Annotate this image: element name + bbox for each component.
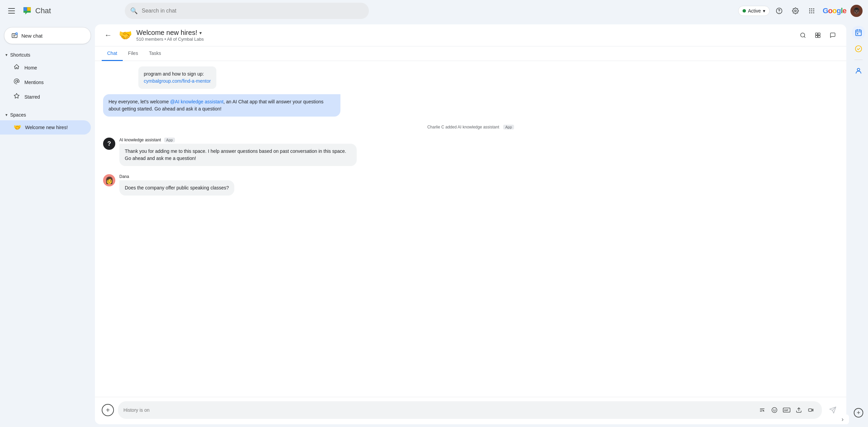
- svg-point-4: [779, 12, 780, 13]
- input-bar: +: [102, 401, 840, 419]
- emoji-button[interactable]: [769, 405, 780, 415]
- status-dot: [743, 9, 746, 13]
- rail-people-button[interactable]: [852, 64, 865, 78]
- app-logo: Chat: [22, 5, 51, 16]
- spaces-chevron-icon: ▾: [5, 113, 7, 117]
- settings-button[interactable]: [789, 4, 802, 18]
- sidebar-item-starred[interactable]: Starred: [0, 89, 91, 104]
- status-label: Active: [748, 8, 761, 14]
- top-bar-right: Active ▾ Google 👨: [738, 4, 863, 18]
- view-toggle-button[interactable]: [811, 28, 825, 42]
- rail-add-button[interactable]: +: [854, 408, 863, 418]
- space-item-welcome[interactable]: 🤝 Welcome new hires!: [0, 120, 91, 135]
- tab-files[interactable]: Files: [123, 46, 144, 61]
- sidebar-item-mentions[interactable]: Mentions: [0, 75, 91, 89]
- svg-point-12: [811, 12, 812, 13]
- meet-icon: [808, 407, 814, 413]
- svg-rect-20: [815, 36, 817, 38]
- rail-divider: [854, 60, 863, 60]
- shortcuts-section-header[interactable]: ▾ Shortcuts: [0, 49, 95, 60]
- ai-avatar: ?: [103, 138, 115, 150]
- thread-view-button[interactable]: [826, 28, 840, 42]
- shortcuts-chevron-icon: ▾: [5, 53, 7, 57]
- svg-rect-21: [818, 36, 820, 38]
- chat-logo-icon: [22, 5, 33, 16]
- tab-tasks[interactable]: Tasks: [143, 46, 166, 61]
- calendar-icon: [855, 29, 862, 36]
- dana-sender: Dana: [119, 174, 234, 179]
- chat-header: ← 🤝 Welcome new hires! ▾ 510 members • A…: [95, 24, 846, 46]
- chat-tabs: Chat Files Tasks: [95, 46, 846, 61]
- meet-button[interactable]: [806, 405, 816, 415]
- rail-tasks-button[interactable]: [852, 42, 865, 56]
- system-text: Charlie C added AI knowledge assistant: [427, 125, 499, 129]
- svg-point-13: [813, 12, 814, 13]
- expand-handle[interactable]: ›: [836, 414, 849, 424]
- svg-point-32: [857, 68, 860, 71]
- search-icon: 🔍: [130, 7, 138, 15]
- header-actions: [796, 28, 840, 42]
- svg-point-7: [813, 8, 814, 9]
- own-message-bubble: Hey everyone, let's welcome @AI knowledg…: [103, 94, 340, 117]
- svg-point-6: [811, 8, 812, 9]
- input-bar-wrap: +: [95, 397, 846, 424]
- ai-sender: AI knowledge assistant App: [119, 138, 357, 142]
- spaces-section-header[interactable]: ▾ Spaces: [0, 109, 95, 120]
- gif-button[interactable]: GIF: [781, 405, 792, 415]
- search-input[interactable]: [142, 8, 363, 14]
- svg-point-22: [772, 408, 777, 413]
- format-text-button[interactable]: [757, 405, 768, 415]
- top-bar-left: Chat: [5, 5, 121, 16]
- svg-point-23: [773, 409, 774, 410]
- expand-icon: ›: [842, 416, 844, 423]
- dana-avatar: 👩: [103, 174, 115, 186]
- space-header-title[interactable]: Welcome new hires! ▾: [136, 29, 792, 37]
- sidebar-item-home[interactable]: Home: [0, 60, 91, 75]
- ai-message-bubble: Thank you for adding me to this space. I…: [119, 144, 357, 166]
- new-chat-label: New chat: [21, 33, 43, 39]
- user-avatar[interactable]: 👨🏿: [850, 5, 863, 17]
- space-header-sub: 510 members • All of Cymbal Labs: [136, 37, 792, 42]
- mentions-label: Mentions: [24, 80, 44, 85]
- svg-point-31: [855, 46, 862, 52]
- menu-button[interactable]: [5, 5, 18, 16]
- help-icon: [776, 7, 783, 14]
- search-bar[interactable]: 🔍: [125, 3, 369, 19]
- message-input[interactable]: [123, 407, 753, 413]
- truncated-message: program and how to sign up: cymbalgroup.…: [138, 66, 216, 89]
- space-header-emoji: 🤝: [119, 29, 132, 42]
- rail-calendar-button[interactable]: [852, 26, 865, 39]
- list-item: program and how to sign up: cymbalgroup.…: [103, 66, 838, 89]
- ai-app-badge: App: [164, 138, 175, 142]
- starred-label: Starred: [24, 94, 40, 100]
- svg-point-9: [811, 10, 812, 11]
- shortcuts-label: Shortcuts: [10, 52, 30, 58]
- new-chat-button[interactable]: New chat: [4, 27, 91, 44]
- apps-button[interactable]: [805, 4, 818, 18]
- svg-point-10: [813, 10, 814, 11]
- space-org: All of Cymbal Labs: [167, 37, 204, 42]
- svg-text:GIF: GIF: [784, 409, 788, 412]
- top-bar: Chat 🔍 Active ▾: [0, 0, 868, 22]
- help-button[interactable]: [772, 4, 786, 18]
- list-item: ? AI knowledge assistant App Thank you f…: [103, 138, 838, 166]
- google-logo: Google: [823, 6, 846, 15]
- mentor-link[interactable]: cymbalgroup.com/find-a-mentor: [144, 78, 211, 84]
- starred-icon: [14, 93, 20, 101]
- back-button[interactable]: ←: [102, 29, 115, 41]
- add-button[interactable]: +: [102, 404, 114, 416]
- tab-chat[interactable]: Chat: [102, 46, 123, 61]
- svg-point-8: [809, 10, 810, 11]
- layout: New chat ▾ Shortcuts Home Mentions: [0, 0, 868, 427]
- system-message: Charlie C added AI knowledge assistant A…: [103, 122, 838, 132]
- app-title: Chat: [35, 6, 51, 15]
- status-pill[interactable]: Active ▾: [738, 6, 770, 16]
- upload-button[interactable]: [793, 405, 804, 415]
- app-badge: App: [503, 125, 514, 129]
- svg-point-16: [16, 80, 18, 82]
- mention-text: @AI knowledge assistant: [170, 99, 223, 104]
- dana-message-bubble: Does the company offer public speaking c…: [119, 180, 234, 196]
- search-chat-button[interactable]: [796, 28, 810, 42]
- view-toggle-icon: [815, 32, 821, 38]
- svg-rect-29: [856, 30, 862, 36]
